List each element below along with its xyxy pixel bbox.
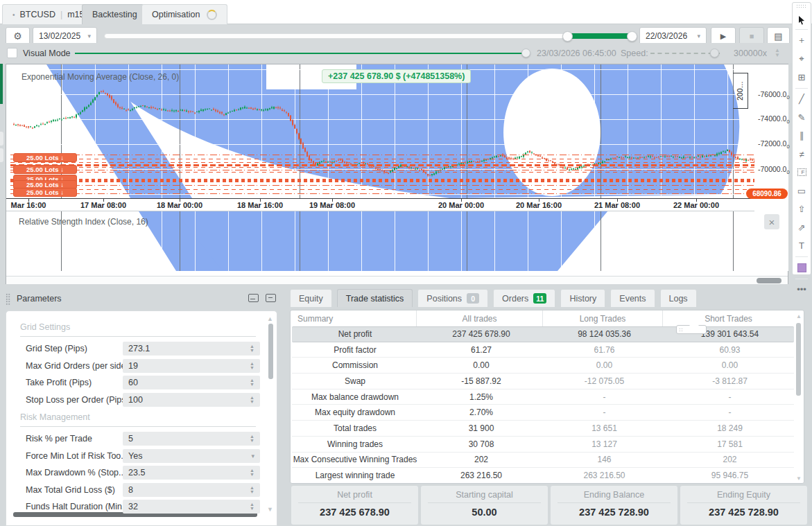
drag-handle-icon[interactable] <box>796 4 807 9</box>
pending-order-line[interactable] <box>10 179 754 182</box>
parameter-input[interactable]: 273.1▲▼ <box>123 342 260 356</box>
results-tab-equity[interactable]: Equity <box>290 289 332 307</box>
panel-drag-handle-icon[interactable] <box>6 293 11 306</box>
parameter-input[interactable]: 19▲▼ <box>123 359 260 373</box>
stepper-icon[interactable]: ▲▼ <box>250 502 254 511</box>
tab-optimisation[interactable]: Optimisation <box>141 4 227 24</box>
table-row[interactable]: Profit factor61.2761.7660.93 <box>292 342 794 358</box>
pending-order-line[interactable] <box>10 185 754 186</box>
parameter-input[interactable]: 8▲▼ <box>123 483 260 497</box>
table-row[interactable]: Winning trades30 70813 12717 581 <box>292 437 794 453</box>
range-start-handle[interactable] <box>562 31 573 42</box>
pending-order-line[interactable] <box>10 189 754 190</box>
table-row[interactable]: Swap-15 887.92-12 075.05-3 812.87 <box>292 374 794 389</box>
parameter-input[interactable]: 60▲▼ <box>123 376 260 389</box>
chart-scrollbar-thumb[interactable] <box>757 278 781 283</box>
table-row[interactable]: Total trades31 90013 65118 249 <box>292 421 794 437</box>
parameter-input[interactable]: Yes▾ <box>123 449 260 463</box>
rectangle-tool-icon[interactable]: ▭ <box>793 183 811 198</box>
price-axis[interactable]: 68090.86 -76000.00-74000.00-72000.00-700… <box>754 64 788 271</box>
crosshair-box-tool-icon[interactable]: ⊞ <box>793 69 811 85</box>
scroll-down-icon[interactable]: ▼ <box>796 475 802 482</box>
table-header[interactable]: Summary <box>291 310 417 326</box>
results-tab-trade-statistics[interactable]: Trade statistics <box>337 289 413 307</box>
pending-order-line[interactable] <box>10 167 754 168</box>
time-axis[interactable]: Mar 16:0017 Mar 08:0018 Mar 00:0018 Mar … <box>6 198 754 211</box>
arrow-shape-tool-icon[interactable]: ⇧ <box>793 202 811 217</box>
pending-order-line[interactable] <box>10 164 754 166</box>
text-tool-icon[interactable]: T <box>793 238 811 254</box>
parameter-input[interactable]: 23.5▲▼ <box>123 466 260 480</box>
scroll-up-icon[interactable]: ▲ <box>267 315 273 322</box>
stepper-icon[interactable]: ▲▼ <box>250 344 254 353</box>
lot-size-label[interactable]: 25.00 Lots ↓ <box>13 153 77 162</box>
save-parameters-icon[interactable] <box>266 294 276 302</box>
collapsed-panel-handle[interactable] <box>0 132 3 146</box>
pending-order-line[interactable] <box>10 155 754 155</box>
table-scrollbar[interactable]: ▲ ▼ <box>795 312 802 483</box>
pending-order-line[interactable] <box>10 162 754 163</box>
table-row[interactable]: Max equity drawdown2.70%-- <box>292 405 794 421</box>
parameter-input[interactable]: 100▲▼ <box>123 393 260 407</box>
scroll-up-icon[interactable]: ▲ <box>796 313 802 319</box>
stepper-icon[interactable]: ▲▼ <box>250 378 254 387</box>
table-header[interactable]: All trades <box>417 310 543 326</box>
crosshair-tool-icon[interactable]: ＋ <box>793 33 811 48</box>
table-header[interactable]: Short Trades <box>663 310 794 326</box>
results-tab-events[interactable]: Events <box>610 289 655 307</box>
popout-panel-icon[interactable] <box>248 294 259 302</box>
stepper-icon[interactable]: ▲▼ <box>250 396 254 404</box>
collapsed-panel-handle[interactable] <box>0 148 3 162</box>
rsi-indicator-label[interactable]: Relative Strength Index (Close, 16) <box>19 217 148 227</box>
stepper-icon[interactable]: ▲▼ <box>250 435 254 443</box>
progress-track[interactable] <box>75 53 526 54</box>
freehand-draw-tool-icon[interactable]: ✎ <box>793 109 811 125</box>
speed-handle[interactable] <box>710 49 719 58</box>
speed-stepper[interactable]: ▲▼ <box>775 48 780 58</box>
progress-handle[interactable] <box>521 49 530 58</box>
measurement-annotation[interactable]: 200… <box>733 73 748 109</box>
table-row[interactable]: Max Consecutive Winning Trades202146202 <box>292 453 794 468</box>
pending-order-line[interactable] <box>10 170 754 170</box>
tab-symbol[interactable]: • BTCUSD | m15 <box>2 4 95 24</box>
pending-order-line[interactable] <box>10 159 754 159</box>
table-scrollbar-thumb[interactable] <box>796 323 801 396</box>
parameters-scrollbar-thumb[interactable] <box>268 324 273 379</box>
lot-size-label[interactable]: 25.00 Lots ↓ <box>13 188 77 197</box>
stepper-icon[interactable]: ▲▼ <box>250 362 254 370</box>
date-range-track[interactable] <box>104 33 567 39</box>
fibonacci-fan-tool-icon[interactable]: F <box>793 165 811 180</box>
chart-scrollbar[interactable] <box>6 276 788 284</box>
table-row[interactable]: Commission0.000.000.00 <box>292 358 794 374</box>
pending-order-line[interactable] <box>10 172 754 173</box>
pending-order-line[interactable] <box>10 193 754 194</box>
stepper-icon[interactable]: ▲▼ <box>250 486 254 494</box>
trend-line-tool-icon[interactable]: ╱ <box>793 91 811 107</box>
rsi-panel[interactable]: Relative Strength Index (Close, 16) <box>6 211 754 271</box>
stepper-icon[interactable]: ▲▼ <box>250 468 254 477</box>
color-swatch-icon[interactable] <box>793 260 811 275</box>
results-tab-positions[interactable]: Positions0 <box>417 289 488 307</box>
scroll-down-icon[interactable]: ▼ <box>267 506 273 513</box>
parameter-input[interactable]: 32▲▼ <box>123 500 260 514</box>
speed-track[interactable] <box>650 53 720 54</box>
table-header[interactable]: Long Trades <box>543 310 663 326</box>
date-range-selected[interactable] <box>567 33 632 39</box>
tab-backtesting[interactable]: Backtesting <box>82 4 148 24</box>
cursor-tool-icon[interactable] <box>793 12 811 28</box>
table-row[interactable]: Max balance drawdown1.25%-- <box>292 389 794 405</box>
table-row[interactable]: Net profit237 425 678.9098 124 035.36139… <box>292 326 794 342</box>
results-tab-history[interactable]: History <box>560 289 605 307</box>
range-end-handle[interactable] <box>627 31 637 42</box>
table-row[interactable]: Largest winning trade263 216.50263 216.5… <box>292 468 794 484</box>
parameter-input[interactable]: 5▲▼ <box>123 432 260 446</box>
crosshair-measure-tool-icon[interactable]: ⌖ <box>793 51 811 67</box>
results-tab-logs[interactable]: Logs <box>660 289 697 307</box>
visual-mode-checkbox[interactable] <box>7 48 17 58</box>
rsi-close-button[interactable]: × <box>764 214 779 229</box>
results-tab-orders[interactable]: Orders11 <box>493 289 555 307</box>
equidistant-channel-tool-icon[interactable]: ∥ <box>793 128 811 143</box>
ema-indicator-label[interactable]: Exponential Moving Average (Close, 26, 0… <box>21 72 179 82</box>
trend-arrow-tool-icon[interactable]: ⇗ <box>793 220 811 235</box>
lot-size-label[interactable]: 25.00 Lots ↓ <box>13 165 77 174</box>
